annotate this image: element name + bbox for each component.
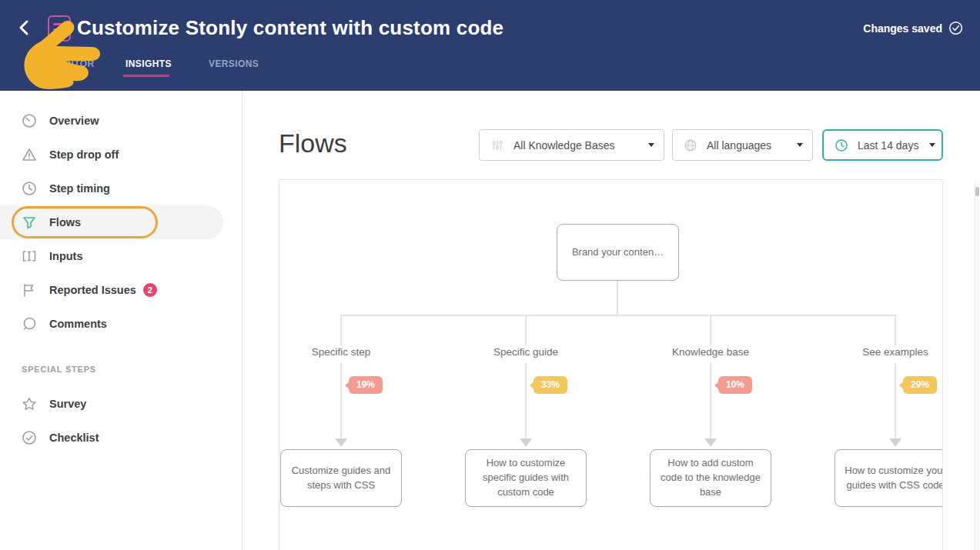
flow-root-node[interactable]: Brand your conten… [557, 224, 679, 281]
connector-line [340, 315, 342, 345]
flow-root-node-label: Brand your conten… [572, 245, 664, 260]
check-circle-icon [22, 430, 37, 445]
tab-versions[interactable]: VERSIONS [209, 58, 259, 69]
sidebar-item-step-timing[interactable]: Step timing [0, 172, 242, 205]
connector-line [525, 315, 527, 345]
flow-leaf-node-label: How to customize your guides with CSS co… [843, 464, 943, 493]
knowledge-base-filter-value: All Knowledge Bases [513, 139, 637, 152]
connector-line [710, 363, 711, 438]
comment-bubble-icon [22, 316, 37, 332]
branch-label: Specific guide [460, 346, 591, 358]
flow-leaf-node[interactable]: Customize guides and steps with CSS [280, 449, 402, 507]
connector-line [340, 363, 342, 438]
tab-insights[interactable]: INSIGHTS [125, 58, 172, 69]
flow-leaf-node-label: How to customize specific guides with cu… [473, 456, 578, 500]
language-filter-value: All languages [707, 139, 786, 152]
flows-page-heading: Flows [279, 128, 347, 158]
guide-document-icon [48, 15, 71, 42]
knowledge-base-filter-dropdown[interactable]: All Knowledge Bases [479, 129, 664, 161]
sidebar-item-label: Comments [49, 318, 107, 330]
date-range-filter-value: Last 14 days [858, 139, 918, 152]
branch-label: Specific step [279, 346, 406, 358]
branch-percent-badge: 29% [903, 376, 937, 394]
back-button[interactable] [14, 17, 35, 38]
clock-icon [22, 181, 37, 196]
branch-label: See examples [830, 346, 943, 358]
sidebar-item-step-drop-off[interactable]: Step drop off [0, 138, 242, 172]
flag-icon [22, 282, 37, 298]
gauge-icon [22, 113, 37, 128]
globe-icon [684, 138, 697, 152]
input-cursor-icon [22, 248, 37, 264]
sidebar-item-inputs[interactable]: Inputs [0, 239, 242, 273]
connector-line [895, 363, 896, 438]
save-status: Changes saved [863, 21, 963, 35]
language-filter-dropdown[interactable]: All languages [672, 129, 813, 161]
sidebar-item-label: Overview [49, 115, 99, 127]
arrow-down-icon [889, 438, 901, 447]
sidebar-item-reported-issues[interactable]: Reported Issues 2 [0, 273, 242, 307]
clock-icon [835, 138, 848, 152]
sidebar-item-overview[interactable]: Overview [0, 104, 242, 138]
save-status-label: Changes saved [863, 22, 942, 35]
flow-leaf-node[interactable]: How to add custom code to the knowledge … [650, 449, 771, 507]
tab-editor[interactable]: EDITOR [58, 58, 95, 69]
caret-down-icon [797, 143, 803, 147]
page-scrollbar-thumb[interactable] [975, 187, 979, 196]
flow-leaf-node-label: Customize guides and steps with CSS [289, 464, 393, 493]
active-tab-underline [123, 75, 169, 77]
sliders-icon [490, 138, 504, 152]
connector-line [895, 315, 896, 345]
sidebar-item-label: Checklist [49, 432, 99, 444]
sidebar-item-label: Flows [49, 216, 81, 228]
arrow-down-icon [704, 438, 717, 447]
branch-percent-badge: 10% [718, 376, 752, 394]
star-icon [22, 396, 37, 412]
page-title: Customize Stonly content with custom cod… [77, 16, 503, 40]
connector-line [710, 315, 711, 345]
sidebar-item-label: Step drop off [49, 148, 119, 161]
sidebar-item-label: Survey [49, 398, 86, 410]
sidebar-item-survey[interactable]: Survey [0, 387, 242, 421]
page-scrollbar[interactable] [975, 182, 980, 550]
sidebar-item-label: Step timing [49, 182, 110, 195]
branch-percent-badge: 33% [533, 376, 567, 394]
caret-down-icon [929, 143, 935, 147]
connector-line [525, 363, 527, 438]
flow-diagram-panel: Brand your conten… Specific step 19% Cus… [279, 179, 943, 550]
arrow-down-icon [335, 438, 347, 447]
circle-check-icon [948, 21, 963, 35]
date-range-filter-dropdown[interactable]: Last 14 days [822, 129, 943, 161]
arrow-down-icon [520, 438, 532, 447]
app-header: Customize Stonly content with custom cod… [0, 0, 980, 91]
special-steps-section-label: SPECIAL STEPS [0, 365, 242, 375]
chevron-left-icon [14, 17, 35, 38]
connector-line [341, 315, 897, 316]
flow-leaf-node[interactable]: How to customize specific guides with cu… [465, 449, 587, 507]
sidebar-item-flows[interactable]: Flows [0, 205, 223, 239]
sidebar-item-comments[interactable]: Comments [0, 307, 242, 341]
flow-leaf-node-label: How to add custom code to the knowledge … [658, 456, 763, 500]
flow-leaf-node[interactable]: How to customize your guides with CSS co… [835, 449, 943, 507]
sidebar-item-checklist[interactable]: Checklist [0, 421, 242, 455]
sidebar-item-label: Inputs [49, 250, 83, 262]
connector-line [617, 281, 618, 315]
sidebar-nav: Overview Step drop off Step timing Flows [0, 91, 242, 550]
sidebar-item-label: Reported Issues [49, 284, 136, 296]
branch-label: Knowledge base [645, 346, 776, 358]
reported-issues-count-badge: 2 [143, 283, 157, 297]
caret-down-icon [648, 143, 654, 147]
branch-percent-badge: 19% [349, 376, 383, 394]
funnel-icon [22, 215, 37, 230]
warning-triangle-icon [22, 147, 37, 162]
